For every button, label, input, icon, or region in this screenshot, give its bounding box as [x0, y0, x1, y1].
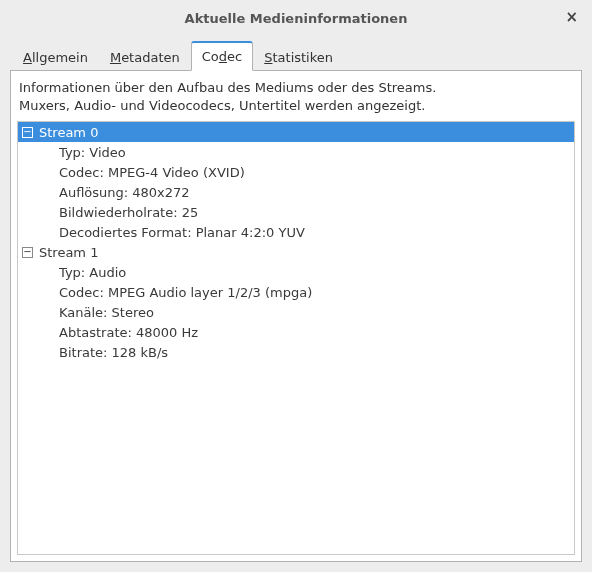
tree-leaf[interactable]: Bildwiederholrate: 25 — [18, 202, 574, 222]
tree-leaf[interactable]: Typ: Audio — [18, 262, 574, 282]
close-icon[interactable]: × — [565, 10, 578, 25]
tab-statistics[interactable]: Statistiken — [253, 43, 344, 71]
tree-leaf[interactable]: Codec: MPEG-4 Video (XVID) — [18, 162, 574, 182]
tree-leaf-label: Decodiertes Format: Planar 4:2:0 YUV — [59, 225, 305, 240]
tree-node-stream-0[interactable]: − Stream 0 — [18, 122, 574, 142]
tab-metadata[interactable]: Metadaten — [99, 43, 191, 71]
codec-tree[interactable]: − Stream 0 Typ: Video Codec: MPEG-4 Vide… — [17, 121, 575, 555]
titlebar: Aktuelle Medieninformationen × — [0, 0, 592, 36]
tree-leaf-label: Typ: Video — [59, 145, 126, 160]
collapse-icon[interactable]: − — [22, 127, 33, 138]
tab-general[interactable]: Allgemein — [12, 43, 99, 71]
tab-panel-codec: Informationen über den Aufbau des Medium… — [10, 70, 582, 562]
tree-node-label: Stream 0 — [39, 125, 98, 140]
tree-leaf-label: Bitrate: 128 kB/s — [59, 345, 168, 360]
tree-leaf[interactable]: Abtastrate: 48000 Hz — [18, 322, 574, 342]
panel-description: Informationen über den Aufbau des Medium… — [19, 79, 573, 114]
tree-leaf-label: Codec: MPEG Audio layer 1/2/3 (mpga) — [59, 285, 312, 300]
collapse-icon[interactable]: − — [22, 247, 33, 258]
tabstrip: Allgemein Metadaten Codec Statistiken — [10, 36, 582, 70]
tree-node-stream-1[interactable]: − Stream 1 — [18, 242, 574, 262]
tree-leaf-label: Codec: MPEG-4 Video (XVID) — [59, 165, 245, 180]
tree-leaf[interactable]: Kanäle: Stereo — [18, 302, 574, 322]
window-title: Aktuelle Medieninformationen — [185, 11, 408, 26]
tree-leaf[interactable]: Auflösung: 480x272 — [18, 182, 574, 202]
tree-leaf[interactable]: Bitrate: 128 kB/s — [18, 342, 574, 362]
tree-node-label: Stream 1 — [39, 245, 98, 260]
tree-leaf[interactable]: Decodiertes Format: Planar 4:2:0 YUV — [18, 222, 574, 242]
tab-codec[interactable]: Codec — [191, 41, 253, 71]
tree-leaf-label: Auflösung: 480x272 — [59, 185, 190, 200]
client-area: Allgemein Metadaten Codec Statistiken In… — [10, 36, 582, 562]
dialog-window: Aktuelle Medieninformationen × Allgemein… — [0, 0, 592, 572]
tree-leaf[interactable]: Typ: Video — [18, 142, 574, 162]
tree-leaf-label: Kanäle: Stereo — [59, 305, 154, 320]
tree-leaf[interactable]: Codec: MPEG Audio layer 1/2/3 (mpga) — [18, 282, 574, 302]
tree-leaf-label: Typ: Audio — [59, 265, 126, 280]
tree-leaf-label: Abtastrate: 48000 Hz — [59, 325, 198, 340]
tree-leaf-label: Bildwiederholrate: 25 — [59, 205, 198, 220]
